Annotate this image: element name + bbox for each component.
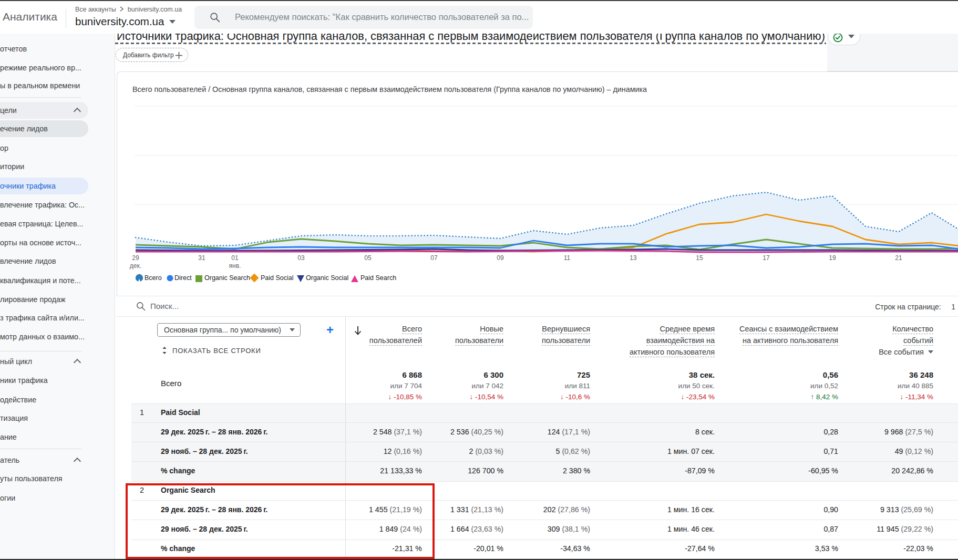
svg-text:21: 21 [895,254,902,262]
svg-text:13: 13 [630,254,637,262]
svg-text:дек.: дек. [130,262,141,269]
svg-text:05: 05 [364,254,372,262]
svg-text:15: 15 [696,254,703,262]
svg-text:07: 07 [430,254,438,262]
svg-text:09: 09 [497,254,504,262]
svg-text:03: 03 [297,254,305,262]
svg-text:11: 11 [564,254,571,262]
svg-text:29: 29 [132,254,139,262]
svg-text:17: 17 [763,254,770,262]
svg-text:31: 31 [198,254,205,262]
svg-text:янв.: янв. [229,262,241,269]
svg-text:01: 01 [231,254,239,262]
svg-text:19: 19 [829,254,836,262]
